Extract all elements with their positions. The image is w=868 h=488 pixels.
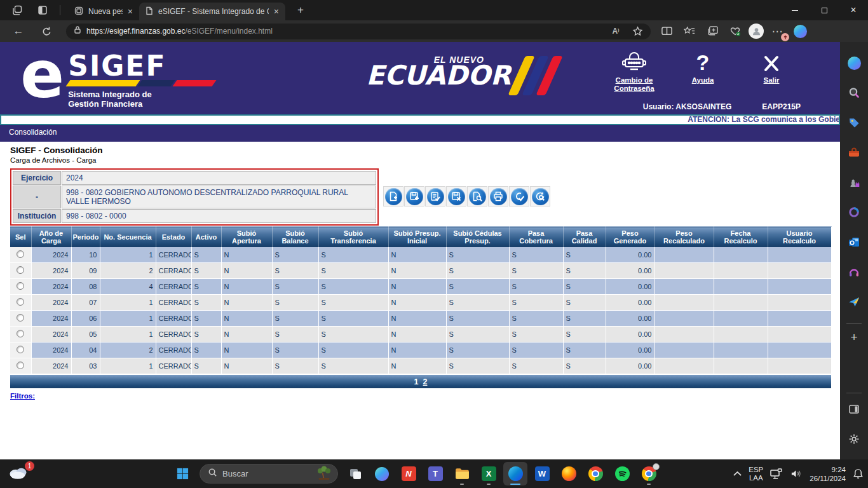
taskbar-explorer-icon[interactable] xyxy=(450,462,474,485)
row-select-radio[interactable] xyxy=(17,266,24,274)
taskbar-teams-icon[interactable]: T xyxy=(423,462,447,485)
sidebar-settings-icon[interactable] xyxy=(844,430,864,449)
weather-widget[interactable]: 1 xyxy=(8,464,36,484)
notification-bell-icon[interactable] xyxy=(852,468,864,480)
save-record-button[interactable] xyxy=(404,186,424,207)
page-current: 1 xyxy=(414,377,419,386)
ecuador-wordmark: ECUADOR xyxy=(366,62,511,89)
taskbar-chrome-icon[interactable] xyxy=(583,462,607,485)
clock[interactable]: 9:2426/11/2024 xyxy=(810,465,846,483)
table-cell xyxy=(714,295,768,311)
approve-quality-button[interactable] xyxy=(509,186,529,207)
sidebar-music-icon[interactable] xyxy=(844,262,864,281)
form-value: 998 - 0802 - 0000 xyxy=(62,209,376,223)
vertical-tabs-icon[interactable] xyxy=(34,2,51,18)
row-select-radio[interactable] xyxy=(17,330,24,337)
workspaces-icon[interactable] xyxy=(9,2,25,18)
taskbar-edge-icon[interactable] xyxy=(503,462,527,485)
sidebar-copilot-icon[interactable] xyxy=(844,53,864,72)
refresh-icon[interactable] xyxy=(37,22,56,40)
start-button[interactable] xyxy=(170,462,194,485)
table-cell xyxy=(768,311,831,327)
sidebar-m365-icon[interactable] xyxy=(844,203,864,222)
form-label: - xyxy=(13,186,61,208)
volume-icon[interactable] xyxy=(790,468,803,479)
minimize-button[interactable] xyxy=(780,0,810,20)
user-label: Usuario: AKSOSAINTEG xyxy=(643,102,732,111)
row-select-radio[interactable] xyxy=(17,346,24,353)
sidebar-games-icon[interactable] xyxy=(844,173,864,192)
delete-record-button[interactable] xyxy=(446,186,466,207)
row-select-radio[interactable] xyxy=(17,362,24,369)
tab-close-icon[interactable]: × xyxy=(274,7,279,16)
profile-avatar[interactable] xyxy=(749,24,764,39)
help-button[interactable]: ?Ayuda xyxy=(676,48,729,93)
language-switcher[interactable]: ESPLAA xyxy=(749,466,763,482)
table-cell: 1 xyxy=(100,247,156,263)
tab-close-icon[interactable]: × xyxy=(128,7,133,16)
taskbar-spotify-icon[interactable] xyxy=(610,462,634,485)
taskbar-firefox-icon[interactable] xyxy=(557,462,581,485)
row-select-radio[interactable] xyxy=(17,250,24,258)
maximize-button[interactable] xyxy=(810,0,839,20)
row-select-radio[interactable] xyxy=(17,298,24,306)
sidebar-shopping-icon[interactable] xyxy=(844,113,864,132)
sidebar-divider xyxy=(846,323,862,324)
column-header: Peso Recalculado xyxy=(654,227,714,247)
taskbar-word-icon[interactable]: W xyxy=(530,462,554,485)
split-screen-icon[interactable] xyxy=(657,22,676,40)
taskbar-excel-icon[interactable]: X xyxy=(477,462,501,485)
address-bar[interactable]: https://esigef.finanzas.gob.ec/eSIGEF/me… xyxy=(66,24,651,39)
table-cell: S xyxy=(509,311,563,327)
back-icon[interactable]: ← xyxy=(9,22,28,40)
desktop: Nueva pestaña × eSIGEF - Sistema Integra… xyxy=(0,0,868,488)
taskbar-nitro-icon[interactable]: N xyxy=(397,462,421,485)
collections-icon[interactable] xyxy=(703,22,722,40)
taskbar-task-view-icon[interactable] xyxy=(343,462,367,485)
taskbar-chrome-profile-icon[interactable] xyxy=(637,462,661,485)
print-button[interactable] xyxy=(488,186,508,207)
table-cell: 2024 xyxy=(31,295,71,311)
view-record-button[interactable] xyxy=(467,186,487,207)
sidebar-drop-icon[interactable] xyxy=(844,292,864,311)
close-button[interactable]: × xyxy=(839,0,868,20)
favorite-star-icon[interactable] xyxy=(628,22,647,40)
new-tab-button[interactable]: + xyxy=(292,4,309,17)
menu-consolidacion[interactable]: Consolidación xyxy=(9,128,57,137)
table-cell: N xyxy=(388,327,446,342)
table-cell xyxy=(768,295,831,311)
select-cell xyxy=(10,263,31,279)
table-cell: S xyxy=(191,327,221,342)
recalculate-button[interactable] xyxy=(530,186,550,207)
tab-esigef[interactable]: eSIGEF - Sistema Integrado de G × xyxy=(139,3,285,20)
browser-essentials-icon[interactable] xyxy=(726,22,745,40)
taskbar-copilot-icon[interactable] xyxy=(370,462,394,485)
row-select-radio[interactable] xyxy=(17,314,24,322)
tray-chevron-icon[interactable] xyxy=(733,471,742,477)
table-cell: 0.00 xyxy=(606,358,654,374)
read-aloud-icon[interactable]: A⁾ xyxy=(606,22,625,40)
logo-stripes xyxy=(68,80,214,86)
copilot-icon[interactable] xyxy=(790,22,810,40)
change-password-button[interactable]: Cambio de Contraseña xyxy=(607,48,661,93)
tab-nueva-pestana[interactable]: Nueva pestaña × xyxy=(68,3,139,20)
table-cell: S xyxy=(272,295,318,311)
table-cell: S xyxy=(446,295,509,311)
sidebar-search-icon[interactable] xyxy=(844,83,864,102)
taskbar-search-input[interactable]: Buscar xyxy=(200,464,338,484)
network-icon[interactable] xyxy=(770,468,783,480)
sidebar-sidebar-toggle-icon[interactable] xyxy=(844,400,864,419)
sidebar-toolbox-icon[interactable] xyxy=(844,143,864,162)
filters-link[interactable]: Filtros: xyxy=(10,392,35,400)
page-link-2[interactable]: 2 xyxy=(423,377,428,386)
sidebar-add-icon[interactable]: + xyxy=(850,330,857,344)
favorites-list-icon[interactable] xyxy=(680,22,699,40)
exit-button[interactable]: Salir xyxy=(745,48,798,93)
validate-record-button[interactable] xyxy=(425,186,445,207)
row-select-radio[interactable] xyxy=(17,282,24,290)
select-cell xyxy=(10,327,31,342)
more-options-icon[interactable]: ⋯ xyxy=(768,22,787,40)
sidebar-outlook-icon[interactable] xyxy=(844,233,864,252)
new-record-button[interactable] xyxy=(383,186,403,207)
table-cell: S xyxy=(509,295,563,311)
